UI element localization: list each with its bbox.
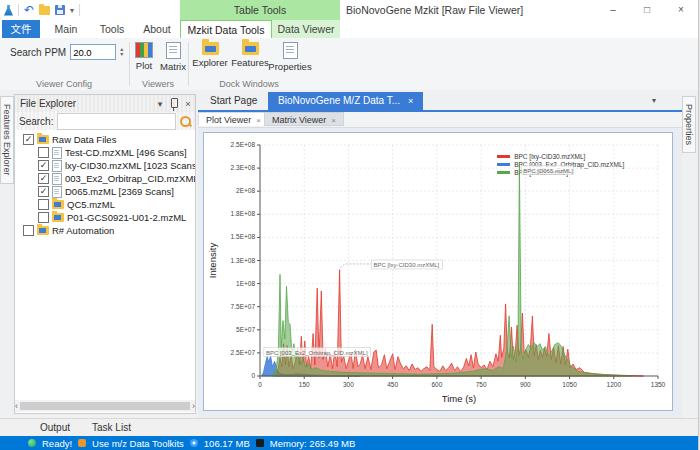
scroll-thumb[interactable] [20,402,190,410]
tree-item[interactable]: R# Automation [15,224,195,237]
search-label: Search: [19,116,53,127]
features-explorer-autohide-tab[interactable]: Features Explorer [0,96,14,184]
scroll-left-icon[interactable]: ‹ [15,401,18,411]
document-well: Start Page BioNovoGene M/Z Data T...× ▾ … [198,90,682,418]
save-icon[interactable] [55,5,65,15]
toolkit-icon [78,439,86,447]
tab-output[interactable]: Output [40,422,70,433]
tab-mz-data[interactable]: BioNovoGene M/Z Data T...× [268,92,423,110]
tab-task-list[interactable]: Task List [92,422,131,433]
svg-text:1.3E+08: 1.3E+08 [231,257,256,264]
tab-mzkit-data-tools[interactable]: Mzkit Data Tools [180,20,272,38]
maximize-button[interactable]: □ [630,0,664,20]
subtab-close-icon[interactable]: × [331,116,336,125]
subtab-close-icon[interactable]: × [256,116,261,125]
qat-dropdown-icon[interactable]: ▾ [70,6,74,15]
minimize-button[interactable]: – [596,0,630,20]
folder-icon [37,226,49,235]
search-ppm-input[interactable] [70,44,116,60]
tree-item[interactable]: QC5.mzML [15,198,195,211]
search-icon[interactable] [180,116,191,127]
left-dock-strip: Features Explorer [0,90,14,418]
matrix-icon [166,42,181,59]
checkbox[interactable] [38,199,49,210]
panel-menu-icon[interactable]: ▾ [153,99,167,109]
tree-item-label: QC5.mzML [67,199,115,210]
file-icon [52,147,62,159]
plot-area[interactable]: BPC [lxy-CID30.mzXML]BPC [003_Ex2_Orbitr… [203,132,673,411]
checkbox[interactable]: ✓ [38,173,49,184]
file-explorer-panel: File Explorer ▾ × Search: ✓Raw Data File… [14,94,196,414]
svg-text:Intensity: Intensity [207,243,218,279]
tab-about[interactable]: About [136,20,178,38]
file-tree: ✓Raw Data FilesTest-CD.mzXML [496 Scans]… [15,131,195,399]
tab-data-viewer[interactable]: Data Viewer [272,20,340,38]
checkbox[interactable] [38,147,49,158]
folder-icon [52,200,64,209]
svg-text:600: 600 [431,381,442,388]
tab-start-page[interactable]: Start Page [200,92,267,110]
svg-text:BPC [D065.mzML]: BPC [D065.mzML] [523,168,573,174]
divider [188,42,189,86]
folder-icon [37,135,49,144]
explorer-folder-icon [202,42,219,55]
tree-item[interactable]: ✓Raw Data Files [15,133,195,146]
search-input[interactable] [57,113,176,130]
search-ppm-stepper[interactable]: ▴▾ [120,47,123,57]
tree-item[interactable]: P01-GCS0921-U01-2.mzML [15,211,195,224]
plot-viewer-content: BPC [lxy-CID30.mzXML]BPC [003_Ex2_Orbitr… [198,128,682,418]
main-area: Features Explorer File Explorer ▾ × Sear… [0,90,698,418]
ribbon: Search PPM ▴▾ Viewer Config Plot Matrix … [0,38,698,91]
svg-text:2E+08: 2E+08 [236,187,255,194]
tab-close-icon[interactable]: × [408,96,413,106]
svg-text:BPC [lxy-CID30.mzXML]: BPC [lxy-CID30.mzXML] [374,262,440,268]
tab-plot-viewer[interactable]: Plot Viewer× [198,112,269,126]
svg-text:1.8E+08: 1.8E+08 [231,210,256,217]
tab-main[interactable]: Main [46,20,86,38]
svg-text:2.3E+08: 2.3E+08 [231,164,256,171]
app-flask-icon [4,5,13,16]
checkbox[interactable] [38,212,49,223]
divider [18,4,19,16]
tab-matrix-viewer[interactable]: Matrix Viewer× [264,112,344,126]
properties-autohide-tab[interactable]: Properties [682,96,696,153]
app-window: ↶ ▾ Table Tools BioNovoGene Mzkit [Raw F… [0,0,699,450]
memory-usage: Memory: 265.49 MB [270,438,356,449]
folder-icon [52,213,64,222]
explorer-button[interactable]: Explorer [190,42,230,68]
scroll-right-icon[interactable]: › [192,401,195,411]
pin-icon[interactable] [167,98,181,110]
tab-tools[interactable]: Tools [92,20,132,38]
svg-text:1200: 1200 [607,381,622,388]
tree-item[interactable]: ✓003_Ex2_Orbitrap_CID.mzXML [125 Sc [15,172,195,185]
file-icon [52,160,62,172]
matrix-button[interactable]: Matrix [156,42,190,72]
close-button[interactable]: × [664,0,698,20]
checkbox[interactable]: ✓ [38,186,49,197]
features-button[interactable]: Features [230,42,270,68]
document-list-dropdown-icon[interactable]: ▾ [652,96,656,105]
tab-file[interactable]: 文件 [2,20,40,38]
properties-button[interactable]: Properties [268,42,312,72]
svg-text:7.5E+07: 7.5E+07 [231,303,256,310]
svg-text:0: 0 [251,372,255,379]
panel-close-icon[interactable]: × [181,99,195,109]
checkbox[interactable] [23,225,34,236]
svg-text:750: 750 [476,381,487,388]
title-bar: ↶ ▾ Table Tools BioNovoGene Mzkit [Raw F… [0,0,698,21]
tree-item[interactable]: Test-CD.mzXML [496 Scans] [15,146,195,159]
tree-item[interactable]: ✓D065.mzML [2369 Scans] [15,185,195,198]
open-folder-icon[interactable] [39,6,50,15]
horizontal-scrollbar[interactable]: ‹ › [15,400,195,412]
properties-icon [283,42,298,59]
checkbox[interactable]: ✓ [38,160,49,171]
tree-item-label: D065.mzML [2369 Scans] [65,186,174,197]
undo-icon[interactable]: ↶ [24,4,34,16]
toolkit-text[interactable]: Use m/z Data Toolkits [92,438,184,449]
quick-access-toolbar: ↶ ▾ [4,2,80,18]
plot-icon [135,42,153,58]
checkbox[interactable]: ✓ [23,134,34,145]
tree-item[interactable]: ✓lxy-CID30.mzXML [1023 Scans] [15,159,195,172]
ready-icon [28,439,36,447]
panel-title: File Explorer [20,98,76,109]
